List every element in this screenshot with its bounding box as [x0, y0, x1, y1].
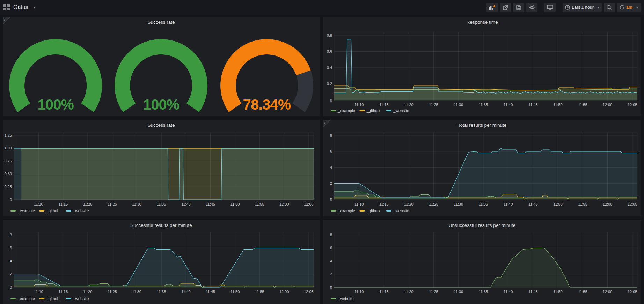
unsuccessful-results-chart: 0246811:1011:1511:2011:2511:3011:3511:40… — [323, 220, 641, 304]
legend-item[interactable]: _example — [10, 297, 35, 301]
share-button[interactable] — [500, 3, 511, 12]
panel-info-icon[interactable]: i — [3, 17, 10, 24]
legend-swatch — [10, 298, 16, 299]
apps-grid-icon — [3, 4, 10, 10]
x-tick-label: 11:25 — [429, 103, 438, 107]
legend-item[interactable]: _website — [66, 209, 89, 213]
y-tick-label: 8 — [330, 133, 332, 138]
settings-button[interactable] — [526, 3, 537, 12]
y-tick-label: 0.6 — [327, 49, 332, 53]
x-tick-label: 11:30 — [132, 290, 141, 294]
add-panel-icon — [489, 5, 495, 10]
gauge-value: 78.34% — [214, 96, 320, 113]
legend-item[interactable]: _github — [359, 209, 380, 213]
x-tick-label: 11:15 — [379, 290, 389, 294]
share-icon — [503, 5, 508, 10]
x-tick-label: 11:35 — [479, 103, 488, 107]
legend-item[interactable]: _github — [359, 109, 380, 113]
legend-item[interactable]: _example — [331, 209, 355, 213]
add-panel-button[interactable] — [486, 3, 498, 12]
x-tick-label: 11:10 — [354, 202, 364, 206]
panel-success-rate-gauges: i Success rate 100%_example100%_github78… — [3, 17, 320, 116]
legend-item[interactable]: _github — [39, 209, 59, 213]
legend-swatch — [331, 298, 336, 299]
x-tick-label: 12:05 — [628, 103, 637, 107]
zoom-out-button[interactable] — [604, 3, 615, 12]
legend-item[interactable]: _example — [10, 209, 35, 213]
chart-svg[interactable]: 00.250.500.751.001.2511:1011:1511:2011:2… — [3, 120, 320, 216]
legend-item[interactable]: _website — [386, 109, 409, 113]
chart-svg[interactable]: 0246811:1011:1511:2011:2511:3011:3511:40… — [323, 120, 641, 216]
save-button[interactable] — [513, 3, 524, 12]
x-tick-label: 11:30 — [454, 290, 463, 294]
x-tick-label: 11:40 — [504, 290, 513, 294]
x-tick-label: 12:00 — [603, 202, 613, 206]
legend-swatch — [331, 210, 336, 212]
x-tick-label: 11:25 — [429, 202, 438, 206]
legend-label: _website — [393, 109, 409, 113]
legend-swatch — [39, 298, 44, 299]
y-tick-label: 2 — [330, 181, 332, 185]
x-tick-label: 11:10 — [34, 202, 43, 206]
toolbar: Last 1 hour ▾ 1m ▾ — [486, 3, 641, 12]
x-tick-label: 12:05 — [304, 290, 314, 294]
refresh-icon — [620, 5, 624, 10]
x-tick-label: 11:10 — [354, 290, 364, 294]
tv-mode-button[interactable] — [544, 3, 556, 12]
legend-label: _website — [393, 209, 409, 213]
x-tick-label: 11:15 — [58, 290, 68, 294]
x-tick-label: 11:20 — [404, 290, 414, 294]
panel-successful-results: Successful results per minute 0246811:10… — [3, 220, 320, 304]
x-tick-label: 12:05 — [628, 290, 637, 294]
panel-title[interactable]: Unsuccessful results per minute — [323, 223, 641, 228]
chevron-down-icon: ▾ — [598, 6, 599, 9]
x-tick-label: 11:40 — [504, 103, 513, 107]
panel-title[interactable]: Response time — [323, 20, 641, 25]
legend-item[interactable]: _github — [39, 297, 59, 301]
panel-title[interactable]: Success rate — [3, 20, 320, 25]
x-tick-label: 11:15 — [379, 202, 389, 206]
x-tick-label: 11:15 — [58, 202, 68, 206]
x-tick-label: 12:05 — [304, 202, 314, 206]
panel-title[interactable]: Successful results per minute — [3, 223, 320, 228]
refresh-button[interactable]: 1m ▾ — [617, 3, 641, 12]
y-tick-label: 0 — [10, 198, 12, 202]
y-tick-label: 2 — [10, 272, 12, 276]
panel-title[interactable]: Success rate — [3, 123, 320, 128]
x-tick-label: 11:30 — [454, 202, 463, 206]
x-tick-label: 11:10 — [34, 290, 43, 294]
x-tick-label: 11:35 — [157, 202, 166, 206]
legend-swatch — [359, 210, 365, 212]
dashboard-title: Gatus — [13, 4, 28, 10]
legend-label: _website — [73, 209, 89, 213]
legend-swatch — [359, 110, 365, 111]
x-tick-label: 11:20 — [83, 290, 93, 294]
x-tick-label: 11:35 — [479, 290, 488, 294]
panel-title[interactable]: Total results per minute — [323, 123, 641, 128]
chart-svg[interactable]: 0246811:1011:1511:2011:2511:3011:3511:40… — [3, 220, 320, 304]
legend-item[interactable]: _website — [331, 297, 353, 301]
x-tick-label: 11:45 — [206, 290, 215, 294]
time-range-picker[interactable]: Last 1 hour ▾ — [563, 3, 602, 12]
gauge-_github: 100%_github — [108, 17, 214, 116]
gauge-value: 100% — [108, 96, 214, 113]
panel-total-results: i Total results per minute 0246811:1011:… — [323, 120, 641, 216]
legend-label: _example — [17, 209, 35, 213]
chart-svg[interactable]: 0246811:1011:1511:2011:2511:3011:3511:40… — [323, 220, 641, 304]
save-icon — [516, 5, 521, 10]
chart-svg[interactable]: 00.20.40.60.811:1011:1511:2011:2511:3011… — [323, 17, 641, 116]
x-tick-label: 11:35 — [479, 202, 488, 206]
chevron-down-icon: ▾ — [636, 6, 638, 9]
dashboard-switcher[interactable]: Gatus ▾ — [3, 4, 36, 10]
x-tick-label: 11:40 — [181, 290, 191, 294]
panel-info-icon[interactable]: i — [323, 120, 331, 127]
x-tick-label: 12:00 — [279, 290, 289, 294]
legend-item[interactable]: _website — [66, 297, 89, 301]
legend-item[interactable]: _example — [331, 109, 355, 113]
panel-unsuccessful-results: Unsuccessful results per minute 0246811:… — [323, 220, 641, 304]
legend-swatch — [331, 110, 336, 111]
legend-label: _website — [73, 297, 89, 301]
chevron-down-icon: ▾ — [34, 6, 36, 9]
legend-item[interactable]: _website — [386, 209, 409, 213]
series-area-_website — [334, 148, 637, 199]
